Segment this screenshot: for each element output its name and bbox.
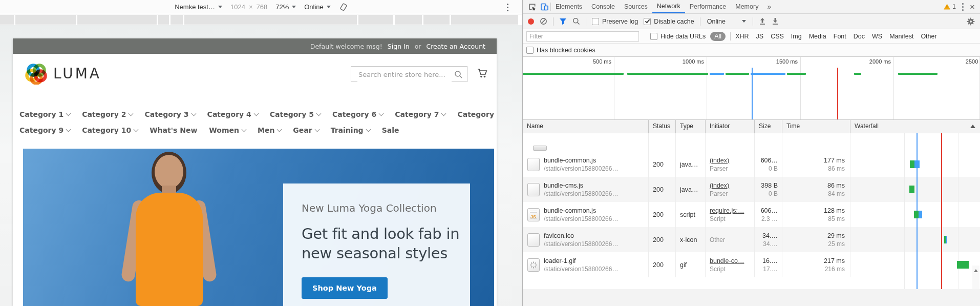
request-type: script bbox=[676, 202, 706, 227]
cart-icon[interactable] bbox=[477, 68, 488, 81]
filter-type-ws[interactable]: WS bbox=[872, 33, 882, 40]
media-query-segment[interactable] bbox=[358, 15, 393, 25]
tab-elements[interactable]: Elements bbox=[551, 1, 587, 13]
devtools-menu-icon[interactable] bbox=[962, 6, 964, 8]
filter-type-img[interactable]: Img bbox=[791, 33, 802, 40]
nav-item-category-2[interactable]: Category 2 bbox=[82, 110, 133, 118]
create-account-link[interactable]: Create an Account bbox=[426, 43, 485, 50]
table-row[interactable]: loader-1.gif/static/version158800266… 20… bbox=[523, 252, 980, 277]
filter-input[interactable] bbox=[526, 31, 639, 42]
column-header-initiator[interactable]: Initiator bbox=[706, 120, 755, 133]
media-query-segment[interactable] bbox=[423, 15, 450, 25]
nav-item-category-1[interactable]: Category 1 bbox=[19, 110, 70, 118]
filter-type-media[interactable]: Media bbox=[809, 33, 826, 40]
media-query-segment[interactable] bbox=[158, 15, 169, 25]
table-row[interactable]: bundle-common.js/static/version158800266… bbox=[523, 152, 980, 177]
initiator-link[interactable]: (index) bbox=[710, 181, 754, 190]
gear-icon[interactable] bbox=[967, 17, 975, 26]
nav-item-category-4[interactable]: Category 4 bbox=[207, 110, 258, 118]
scrollbar-up-icon[interactable] bbox=[974, 269, 978, 272]
initiator-link[interactable]: require.js:… bbox=[710, 207, 754, 215]
network-overview-timeline[interactable]: 500 ms 1000 ms 1500 ms 2000 ms 2500 ms bbox=[523, 57, 980, 120]
shop-new-yoga-button[interactable]: Shop New Yoga bbox=[302, 277, 388, 299]
media-query-segment[interactable] bbox=[15, 15, 76, 25]
filter-type-js[interactable]: JS bbox=[756, 33, 764, 40]
filter-type-font[interactable]: Font bbox=[834, 33, 846, 40]
nav-item-category-8[interactable]: Category 8 bbox=[457, 110, 497, 118]
rotate-icon[interactable] bbox=[339, 3, 348, 11]
search-icon[interactable] bbox=[572, 17, 580, 25]
column-header-name[interactable]: Name bbox=[523, 120, 649, 133]
media-query-segment[interactable] bbox=[451, 15, 518, 25]
luma-logo[interactable]: LUMA bbox=[25, 62, 101, 85]
initiator-link[interactable]: bundle-co… bbox=[710, 257, 754, 265]
nav-item-category-9[interactable]: Category 9 bbox=[19, 126, 70, 134]
warning-badge[interactable]: 1 bbox=[944, 3, 956, 10]
nav-item-category-5[interactable]: Category 5 bbox=[270, 110, 321, 118]
nav-item-men[interactable]: Men bbox=[258, 126, 281, 134]
viewport-width-field[interactable]: 1024 bbox=[230, 3, 245, 11]
table-row[interactable]: bundle-cms.js/static/version158800266… 2… bbox=[523, 177, 980, 202]
filter-icon[interactable] bbox=[559, 18, 567, 25]
nav-item-sale[interactable]: Sale bbox=[382, 126, 399, 134]
filter-type-css[interactable]: CSS bbox=[771, 33, 784, 40]
media-query-segment[interactable] bbox=[184, 15, 357, 25]
nav-item-category-7[interactable]: Category 7 bbox=[395, 110, 445, 118]
table-row[interactable]: bundle-common.js/static/version158800266… bbox=[523, 202, 980, 227]
hide-data-urls-checkbox[interactable]: Hide data URLs bbox=[650, 33, 706, 40]
import-har-icon[interactable] bbox=[759, 17, 766, 25]
search-input[interactable] bbox=[357, 67, 452, 82]
media-query-segment[interactable] bbox=[0, 15, 14, 25]
media-query-segment[interactable] bbox=[77, 15, 157, 25]
sign-in-link[interactable]: Sign In bbox=[388, 43, 410, 50]
record-icon[interactable] bbox=[528, 18, 534, 25]
export-har-icon[interactable] bbox=[772, 17, 779, 25]
table-row[interactable]: favicon.ico/static/version158800266… 200… bbox=[523, 227, 980, 252]
tab-sources[interactable]: Sources bbox=[620, 1, 652, 13]
filter-type-other[interactable]: Other bbox=[921, 33, 936, 40]
viewport-height-field[interactable]: 768 bbox=[256, 3, 267, 11]
more-tabs-icon[interactable]: » bbox=[763, 3, 775, 11]
media-query-segment[interactable] bbox=[171, 15, 183, 25]
hero-banner[interactable]: New Luma Yoga Collection Get fit and loo… bbox=[23, 149, 494, 306]
disable-cache-checkbox[interactable]: Disable cache bbox=[644, 18, 694, 25]
tab-network[interactable]: Network bbox=[652, 0, 685, 13]
media-query-bar[interactable] bbox=[0, 14, 518, 25]
nav-item-gear[interactable]: Gear bbox=[293, 126, 318, 134]
nav-item-training[interactable]: Training bbox=[331, 126, 370, 134]
inspect-element-icon[interactable] bbox=[526, 1, 538, 13]
throttling-select[interactable]: Online bbox=[706, 18, 747, 25]
tab-performance[interactable]: Performance bbox=[685, 1, 731, 13]
nav-item-whats-new[interactable]: What's New bbox=[150, 126, 197, 134]
nav-item-women[interactable]: Women bbox=[209, 126, 246, 134]
search-icon[interactable] bbox=[454, 70, 463, 81]
zoom-select[interactable]: 72% bbox=[275, 3, 296, 11]
column-header-status[interactable]: Status bbox=[649, 120, 676, 133]
column-header-time[interactable]: Time bbox=[782, 120, 850, 133]
filter-type-manifest[interactable]: Manifest bbox=[889, 33, 913, 40]
device-toolbar-menu-icon[interactable] bbox=[507, 7, 508, 8]
has-blocked-cookies-checkbox[interactable]: Has blocked cookies bbox=[526, 47, 595, 54]
filter-type-doc[interactable]: Doc bbox=[854, 33, 865, 40]
initiator-link[interactable]: (index) bbox=[710, 156, 754, 165]
tab-console[interactable]: Console bbox=[587, 1, 620, 13]
column-header-type[interactable]: Type bbox=[676, 120, 706, 133]
column-header-waterfall[interactable]: Waterfall bbox=[850, 120, 980, 133]
media-query-segment[interactable] bbox=[395, 15, 422, 25]
nav-item-category-6[interactable]: Category 6 bbox=[332, 110, 383, 118]
filter-type-all[interactable]: All bbox=[710, 32, 726, 41]
device-toolbar-toggle-icon[interactable] bbox=[538, 1, 550, 13]
table-row-partial[interactable] bbox=[523, 133, 980, 152]
waterfall-bar bbox=[914, 160, 920, 168]
device-throttling-select[interactable]: Online bbox=[304, 3, 331, 11]
scrollbar[interactable] bbox=[972, 266, 979, 289]
column-header-size[interactable]: Size bbox=[755, 120, 782, 133]
nav-item-category-10[interactable]: Category 10 bbox=[82, 126, 138, 134]
nav-item-category-3[interactable]: Category 3 bbox=[144, 110, 195, 118]
device-select[interactable]: Nemke test… bbox=[175, 3, 222, 11]
preserve-log-checkbox[interactable]: Preserve log bbox=[592, 18, 638, 25]
close-icon[interactable]: × bbox=[970, 3, 975, 11]
filter-type-xhr[interactable]: XHR bbox=[735, 33, 749, 40]
clear-icon[interactable] bbox=[540, 17, 547, 25]
tab-memory[interactable]: Memory bbox=[731, 1, 763, 13]
